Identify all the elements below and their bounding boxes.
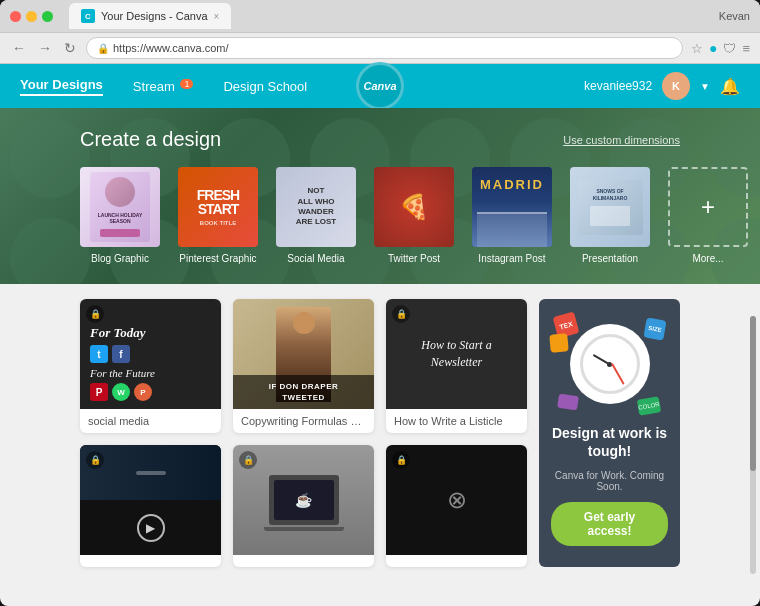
promo-cta-button[interactable]: Get early access! — [551, 502, 668, 546]
food-icon: 🍕 — [399, 193, 429, 221]
design-type-social[interactable]: NOTALL WHOWANDERARE LOST Social Media — [276, 167, 356, 264]
username-display: kevaniee932 — [584, 79, 652, 93]
pinterest-icon: P — [90, 383, 108, 401]
custom-dimensions-link[interactable]: Use custom dimensions — [563, 134, 680, 146]
card-newsletter-preview: 🔒 How to Start aNewsletter — [386, 299, 527, 409]
canva-logo[interactable]: Canva — [356, 62, 404, 110]
card-draper-preview: M IF DON DRAPERTWEETED — [233, 299, 374, 409]
card-social-media[interactable]: 🔒 For Today t f For the Future P W P — [80, 299, 221, 433]
scrollbar[interactable] — [750, 316, 756, 574]
card-dark-preview: 🔒 ▶ — [80, 445, 221, 555]
twitter-label: Twitter Post — [388, 253, 440, 264]
card-newsletter-title: How to Write a Listicle — [394, 415, 519, 427]
tab-bar: C Your Designs - Canva × — [69, 3, 750, 29]
card-dark-video[interactable]: 🔒 ▶ — [80, 445, 221, 567]
more-label: More... — [692, 253, 723, 264]
pocket-icon: P — [134, 383, 152, 401]
lock-icon-3: 🔒 — [86, 451, 104, 469]
presentation-label: Presentation — [582, 253, 638, 264]
minimize-button[interactable] — [26, 11, 37, 22]
card-social-preview: 🔒 For Today t f For the Future P W P — [80, 299, 221, 409]
browser-tab[interactable]: C Your Designs - Canva × — [69, 3, 231, 29]
card-stack-preview: 🔒 ⊗ — [386, 445, 527, 555]
canva-navbar: Your Designs Stream 1 Design School Canv… — [0, 64, 760, 108]
hero-header: Create a design Use custom dimensions — [80, 128, 680, 151]
stream-badge: 1 — [180, 79, 193, 89]
lock-icon-4: 🔒 — [239, 451, 257, 469]
main-content: 🔒 For Today t f For the Future P W P — [0, 284, 760, 582]
lock-icon-2: 🔒 — [392, 305, 410, 323]
card-info-draper: Copywriting Formulas SlideS... — [233, 409, 374, 433]
design-type-presentation[interactable]: SNOWS OFKILIMANJARO Presentation — [570, 167, 650, 264]
promo-title: Design at work is tough! — [551, 424, 668, 460]
social-thumb-text: NOTALL WHOWANDERARE LOST — [296, 186, 336, 228]
instagram-label: Instagram Post — [478, 253, 545, 264]
design-type-instagram[interactable]: MADRID Instagram Post — [472, 167, 552, 264]
hero-section: Create a design Use custom dimensions LA… — [0, 108, 760, 284]
title-bar: C Your Designs - Canva × Kevan — [0, 0, 760, 32]
social-icons-row-2: P W P — [90, 383, 155, 401]
play-button-icon: ▶ — [137, 514, 165, 542]
promo-card: TEX SIZE COLOR — [539, 299, 680, 567]
browser-toolbar-icons: ☆ ● 🛡 ≡ — [691, 40, 750, 56]
plus-icon: + — [701, 193, 715, 221]
card-draper-title: Copywriting Formulas SlideS... — [241, 415, 366, 427]
nav-design-school[interactable]: Design School — [223, 79, 307, 94]
social-label: Social Media — [287, 253, 344, 264]
design-type-pinterest[interactable]: FRESHSTART BOOK TITLE Pinterest Graphic — [178, 167, 258, 264]
instagram-thumb: MADRID — [472, 167, 552, 247]
card-title: social media — [88, 415, 213, 427]
promo-icons: TEX SIZE COLOR — [550, 314, 670, 414]
close-button[interactable] — [10, 11, 21, 22]
nav-your-designs[interactable]: Your Designs — [20, 77, 103, 96]
card-newsletter[interactable]: 🔒 How to Start aNewsletter How to Write … — [386, 299, 527, 433]
url-bar[interactable]: 🔒 https://www.canva.com/ — [86, 37, 683, 59]
tab-title: Your Designs - Canva — [101, 10, 208, 22]
card-info-stack — [386, 555, 527, 567]
presentation-thumb: SNOWS OFKILIMANJARO — [570, 167, 650, 247]
pinterest-thumb: FRESHSTART BOOK TITLE — [178, 167, 258, 247]
secure-icon: 🔒 — [97, 43, 109, 54]
address-bar: ← → ↻ 🔒 https://www.canva.com/ ☆ ● 🛡 ≡ — [0, 32, 760, 64]
nav-stream[interactable]: Stream 1 — [133, 79, 194, 94]
draper-text: IF DON DRAPERTWEETED — [239, 381, 368, 403]
lock-icon-5: 🔒 — [392, 451, 410, 469]
back-button[interactable]: ← — [10, 40, 28, 56]
newsletter-title: How to Start aNewsletter — [421, 337, 491, 371]
card-info: social media — [80, 409, 221, 433]
design-types-row: LAUNCH HOLIDAYSEASON Blog Graphic FRESHS… — [80, 167, 680, 264]
card-draper[interactable]: M IF DON DRAPERTWEETED Copywriting Fo — [233, 299, 374, 433]
content-wrapper: 🔒 For Today t f For the Future P W P — [0, 284, 760, 606]
maximize-button[interactable] — [42, 11, 53, 22]
design-type-twitter[interactable]: 🍕 Twitter Post — [374, 167, 454, 264]
nav-right: kevaniee932 K ▼ 🔔 — [584, 72, 740, 100]
star-icon[interactable]: ☆ — [691, 41, 703, 56]
dropdown-arrow-icon[interactable]: ▼ — [700, 81, 710, 92]
stack-icon: ⊗ — [447, 486, 467, 514]
twitter-icon: t — [90, 345, 108, 363]
canva-icon: ● — [709, 40, 717, 56]
browser-window: C Your Designs - Canva × Kevan ← → ↻ 🔒 h… — [0, 0, 760, 606]
facebook-icon: f — [112, 345, 130, 363]
lock-icon: 🔒 — [86, 305, 104, 323]
card-stack[interactable]: 🔒 ⊗ — [386, 445, 527, 567]
design-type-blog[interactable]: LAUNCH HOLIDAYSEASON Blog Graphic — [80, 167, 160, 264]
card-info-dark — [80, 555, 221, 567]
design-type-more[interactable]: + More... — [668, 167, 748, 264]
blog-thumb: LAUNCH HOLIDAYSEASON — [80, 167, 160, 247]
card-info-newsletter: How to Write a Listicle — [386, 409, 527, 433]
tab-close-icon[interactable]: × — [214, 11, 220, 22]
forward-button[interactable]: → — [36, 40, 54, 56]
whatsapp-icon: W — [112, 383, 130, 401]
hero-title: Create a design — [80, 128, 221, 151]
scrollbar-thumb — [750, 316, 756, 471]
promo-clock — [570, 324, 650, 404]
more-thumb: + — [668, 167, 748, 247]
user-avatar[interactable]: K — [662, 72, 690, 100]
refresh-button[interactable]: ↻ — [62, 40, 78, 56]
notifications-bell-icon[interactable]: 🔔 — [720, 77, 740, 96]
menu-icon[interactable]: ≡ — [742, 41, 750, 56]
blog-label: Blog Graphic — [91, 253, 149, 264]
card-laptop[interactable]: 🔒 ☕ — [233, 445, 374, 567]
traffic-lights — [10, 11, 53, 22]
